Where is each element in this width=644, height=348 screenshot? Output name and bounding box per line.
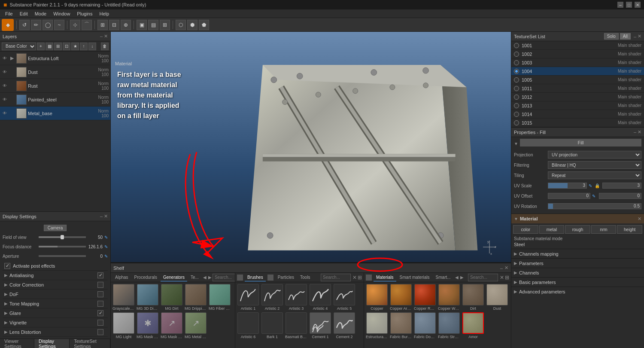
shelf-collapse[interactable]: –: [500, 266, 503, 271]
basic-parameters-section[interactable]: ▶ Basic parameters: [511, 277, 644, 287]
aa-checkbox[interactable]: ✓: [97, 272, 103, 278]
basic-parameters-arrow[interactable]: ▶: [514, 280, 517, 284]
material-copper-worn[interactable]: Copper Worn: [438, 284, 460, 311]
glare-row[interactable]: ▶ Glare ✓: [3, 308, 108, 318]
brush-artistic2[interactable]: Artistic 2: [261, 284, 283, 311]
close-button[interactable]: ✕: [635, 2, 641, 8]
post-effects-checkbox[interactable]: ✓: [4, 263, 10, 269]
material-amor[interactable]: Amor: [462, 312, 484, 339]
props-close[interactable]: ✕: [638, 129, 641, 135]
lens-distortion-row[interactable]: ▶ Lens Distortion: [3, 327, 108, 337]
brush-bark1[interactable]: Bark 1: [261, 312, 283, 339]
generator-mgdrip[interactable]: MG Drippin...: [185, 284, 207, 311]
vignette-row[interactable]: ▶ Vignette: [3, 318, 108, 327]
ts-item-1012[interactable]: 1012 Main shader: [511, 93, 644, 101]
material-fabric-burlap[interactable]: Fabric Burlap: [390, 312, 412, 339]
ts-radio-1001[interactable]: [514, 43, 519, 48]
glare-checkbox[interactable]: ✓: [97, 310, 103, 316]
add-fill-btn[interactable]: ▦: [46, 43, 53, 50]
toolbar-eraser[interactable]: ◯: [43, 20, 53, 30]
minimize-button[interactable]: –: [617, 2, 623, 8]
generator-mg3d[interactable]: MG 3D Dist...: [137, 284, 159, 311]
color-correction-row[interactable]: ▶ Color Correction: [3, 280, 108, 290]
brush-artistic5[interactable]: Artistic 5: [333, 284, 355, 311]
channels-section[interactable]: ▶ Channels: [511, 268, 644, 277]
tab-materials[interactable]: Materials: [374, 274, 396, 281]
ts-radio-1005[interactable]: [514, 77, 519, 82]
viewport[interactable]: Material: [111, 32, 511, 348]
material-copper[interactable]: Copper: [366, 284, 388, 311]
all-button[interactable]: All: [620, 33, 631, 40]
generator-mgdirt[interactable]: MG Dirt: [161, 284, 183, 311]
generator-mgmetale[interactable]: ↗ MG Metal E...: [185, 312, 207, 339]
ts-radio-1002[interactable]: [514, 52, 519, 57]
generator-mgfiber[interactable]: MG Fiber Gl...: [209, 284, 231, 311]
layer-mask-btn[interactable]: ⊡: [63, 43, 70, 50]
ts-item-1015[interactable]: 1015 Main shader: [511, 119, 644, 127]
grid-toggle-2[interactable]: ⊞: [358, 275, 362, 281]
material-copper-armor[interactable]: Copper Armor: [390, 284, 412, 311]
uvrotation-slider[interactable]: 0.5: [548, 203, 641, 209]
channel-metal[interactable]: metal: [539, 225, 565, 234]
tab-alphas[interactable]: Alphas: [112, 274, 131, 281]
layer-up-btn[interactable]: ↑: [80, 43, 88, 50]
ts-item-1005[interactable]: 1005 Main shader: [511, 76, 644, 84]
mat-close-icon[interactable]: ✕: [638, 216, 641, 222]
tab-smart2[interactable]: Smart...: [433, 274, 453, 281]
menu-window[interactable]: Window: [50, 9, 73, 18]
focus-edit-icon[interactable]: ✎: [104, 244, 108, 249]
search-generators-input[interactable]: [213, 274, 235, 281]
layer-delete-btn[interactable]: 🗑: [101, 43, 109, 50]
ts-radio-1003[interactable]: [514, 60, 519, 65]
menu-edit[interactable]: Edit: [16, 9, 31, 18]
advanced-parameters-section[interactable]: ▶ Advanced parameters: [511, 287, 644, 296]
layer-item-active[interactable]: 👁 Metal_base Norm 100: [0, 107, 110, 120]
ts-item-1011[interactable]: 1011 Main shader: [511, 84, 644, 93]
uvscale-slider2[interactable]: 3: [602, 183, 641, 189]
toolbar-icon-home[interactable]: ◆: [2, 19, 14, 31]
aperture-edit-icon[interactable]: ✎: [104, 254, 108, 259]
toolbar-bake[interactable]: ⬢: [187, 20, 197, 30]
vignette-checkbox[interactable]: [97, 320, 103, 326]
brush-basmati[interactable]: Basmati Brush: [285, 312, 307, 339]
props-collapse[interactable]: –: [634, 129, 636, 135]
generator-mgmaske[interactable]: ↗ MG Mask E...: [161, 312, 183, 339]
uvscale-edit1[interactable]: ✎: [589, 183, 592, 188]
tm-arrow[interactable]: ▶: [4, 301, 8, 306]
toolbar-export[interactable]: ⬡: [176, 20, 186, 30]
layer-effect-btn[interactable]: ★: [71, 43, 79, 50]
uvscale-lock[interactable]: 🔒: [595, 183, 600, 188]
channel-height[interactable]: height: [617, 225, 642, 234]
post-effects-row[interactable]: ✓ Activate post effects: [3, 261, 108, 271]
parameters-arrow[interactable]: ▶: [514, 261, 517, 266]
uvoffset-slider1[interactable]: 0: [548, 193, 590, 199]
layer-eye-icon[interactable]: 👁: [2, 55, 8, 61]
fov-edit-icon[interactable]: ✎: [104, 235, 108, 240]
ts-radio-1011[interactable]: [514, 86, 519, 91]
toolbar-render[interactable]: ⬟: [199, 20, 209, 30]
layer-down-btn[interactable]: ↓: [88, 43, 96, 50]
ts-radio-1015[interactable]: [514, 120, 519, 125]
add-group-btn[interactable]: ⊞: [54, 43, 62, 50]
tm-checkbox[interactable]: [97, 301, 103, 307]
menu-file[interactable]: File: [2, 9, 16, 18]
ts-item-1004[interactable]: 1004 Main shader: [511, 67, 644, 76]
ld-arrow[interactable]: ▶: [4, 330, 8, 334]
texture-set-settings-tab[interactable]: TextureSet Settings: [70, 339, 110, 348]
layer-item[interactable]: 👁 Painted_steel Norm 100: [0, 93, 110, 107]
tone-mapping-row[interactable]: ▶ Tone Mapping: [3, 299, 108, 308]
material-arrow[interactable]: ▼: [514, 217, 518, 221]
search-brushes-input[interactable]: [321, 274, 351, 281]
uvoffset-slider2[interactable]: 0: [599, 193, 641, 199]
filtering-select[interactable]: Bilinear | HQ: [548, 161, 641, 169]
search-close-3[interactable]: ✕: [500, 275, 504, 281]
brush-cement2[interactable]: Cement 2: [333, 312, 355, 339]
brush-artistic6[interactable]: Artistic 6: [237, 312, 259, 339]
fov-slider[interactable]: [39, 236, 86, 238]
viewer-settings-tab[interactable]: Viewer Settings: [0, 339, 34, 348]
aa-arrow[interactable]: ▶: [4, 273, 8, 278]
toolbar-rotate[interactable]: ↺: [19, 20, 30, 30]
layer-eye-icon[interactable]: 👁: [2, 83, 8, 89]
material-fabric-dobb[interactable]: Fabric Dobb...: [414, 312, 436, 339]
channels-mapping-arrow[interactable]: ▶: [514, 251, 517, 256]
